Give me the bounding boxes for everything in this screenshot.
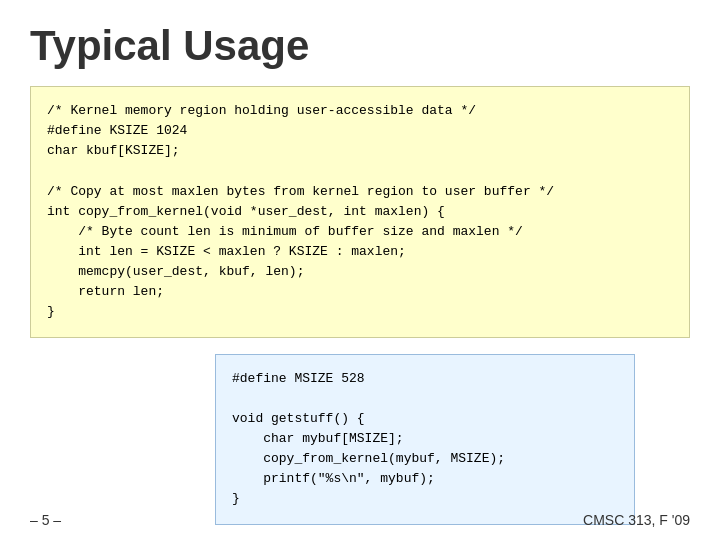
code-block-yellow: /* Kernel memory region holding user-acc… [30, 86, 690, 338]
bottom-bar: – 5 – CMSC 313, F '09 [30, 512, 690, 528]
slide-number: – 5 – [30, 512, 61, 528]
course-label: CMSC 313, F '09 [583, 512, 690, 528]
code-block-blue: #define MSIZE 528 void getstuff() { char… [215, 354, 635, 525]
page-title: Typical Usage [0, 0, 720, 86]
content-area: /* Kernel memory region holding user-acc… [0, 86, 720, 525]
